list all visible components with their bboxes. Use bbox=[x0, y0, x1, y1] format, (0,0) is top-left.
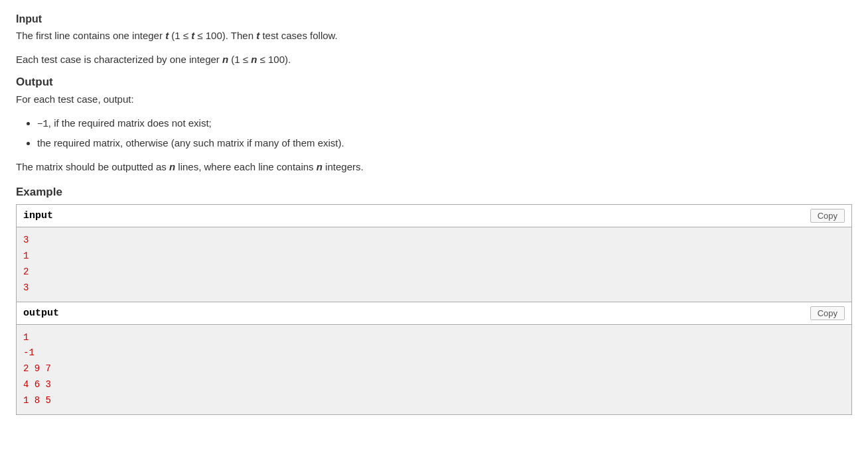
output-line-4: 4 6 3 bbox=[23, 377, 845, 393]
input-paragraph-1: The first line contains one integer t (1… bbox=[16, 28, 852, 44]
input-example-box: input Copy 3 1 2 3 bbox=[16, 204, 852, 302]
output-bullet-1: −1, if the required matrix does not exis… bbox=[37, 115, 852, 131]
input-title: Input bbox=[16, 13, 852, 25]
example-section: Example input Copy 3 1 2 3 output Copy 1… bbox=[16, 186, 852, 414]
output-line-1: 1 bbox=[23, 330, 845, 346]
output-line-3: 2 9 7 bbox=[23, 361, 845, 377]
input-paragraph-2: Each test case is characterized by one i… bbox=[16, 52, 852, 68]
input-copy-button[interactable]: Copy bbox=[810, 209, 845, 223]
example-title: Example bbox=[16, 186, 852, 199]
output-example-header: output Copy bbox=[17, 302, 851, 325]
output-note: The matrix should be outputted as n line… bbox=[16, 159, 852, 175]
input-line-1: 3 bbox=[23, 233, 845, 249]
output-list: −1, if the required matrix does not exis… bbox=[16, 115, 852, 151]
output-example-body: 1 -1 2 9 7 4 6 3 1 8 5 bbox=[17, 325, 851, 414]
output-example-label: output bbox=[23, 308, 59, 319]
input-section: Input The first line contains one intege… bbox=[16, 13, 852, 68]
input-line-3: 2 bbox=[23, 265, 845, 280]
output-bullet-2: the required matrix, otherwise (any such… bbox=[37, 135, 852, 151]
input-line-2: 1 bbox=[23, 249, 845, 265]
output-intro: For each test case, output: bbox=[16, 91, 852, 107]
input-example-body: 3 1 2 3 bbox=[17, 227, 851, 301]
input-example-label: input bbox=[23, 210, 53, 221]
output-line-5: 1 8 5 bbox=[23, 393, 845, 409]
output-example-box: output Copy 1 -1 2 9 7 4 6 3 1 8 5 bbox=[16, 302, 852, 415]
output-line-2: -1 bbox=[23, 345, 845, 361]
input-example-header: input Copy bbox=[17, 205, 851, 227]
output-section: Output For each test case, output: −1, i… bbox=[16, 76, 852, 175]
input-line-4: 3 bbox=[23, 280, 845, 296]
output-title: Output bbox=[16, 76, 852, 89]
output-copy-button[interactable]: Copy bbox=[810, 306, 845, 320]
